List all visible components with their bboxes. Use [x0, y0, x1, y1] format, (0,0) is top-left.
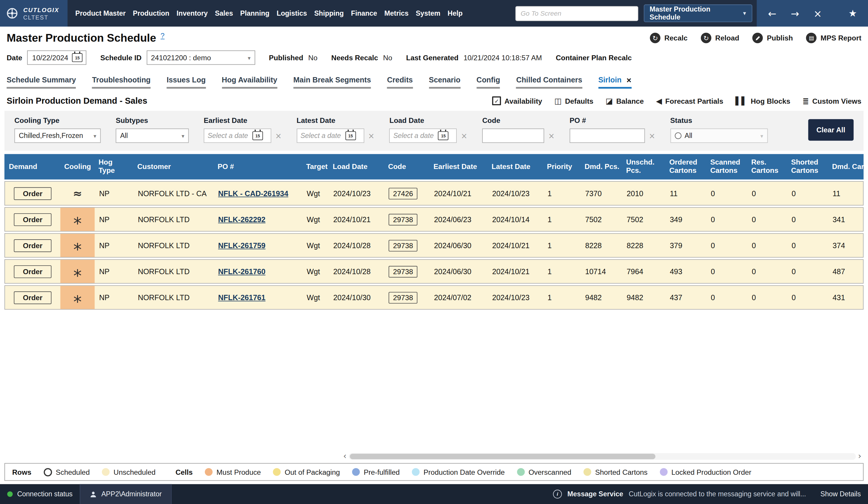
order-button[interactable]: Order: [14, 187, 51, 200]
tab-sirloin[interactable]: Sirloin ×: [598, 76, 631, 89]
app-logo[interactable]: CUTLOGIX CLTEST: [0, 0, 68, 27]
tab-scenario[interactable]: Scenario: [429, 76, 461, 89]
code-input[interactable]: [483, 129, 545, 143]
forward-arrow-icon[interactable]: →: [791, 7, 799, 19]
hog-blocks-button[interactable]: ▌▌ Hog Blocks: [735, 97, 790, 105]
col-code[interactable]: Code: [383, 160, 429, 173]
menu-item-logistics[interactable]: Logistics: [277, 9, 307, 17]
col-po[interactable]: PO #: [213, 160, 302, 173]
menu-item-planning[interactable]: Planning: [240, 9, 270, 17]
mps-report-button[interactable]: ▤ MPS Report: [806, 33, 861, 43]
scrollbar-left-icon[interactable]: ‹: [341, 452, 349, 460]
po-link[interactable]: NFLK-261761: [218, 293, 266, 302]
tab-issues-log[interactable]: Issues Log: [166, 76, 206, 89]
scrollbar-track[interactable]: [349, 453, 856, 460]
close-screen-icon[interactable]: ×: [814, 7, 822, 19]
col-target[interactable]: Target: [302, 160, 328, 173]
po-link[interactable]: NFLK-261760: [218, 268, 266, 276]
latest-date-input[interactable]: Select a date 15: [297, 129, 364, 143]
res-cartons-cell: 0: [747, 208, 787, 231]
menu-item-help[interactable]: Help: [447, 9, 463, 17]
menu-item-inventory[interactable]: Inventory: [177, 9, 208, 17]
show-details-link[interactable]: Show Details: [820, 490, 861, 498]
tab-hog-availability[interactable]: Hog Availability: [222, 76, 277, 89]
menu-item-product-master[interactable]: Product Master: [75, 9, 126, 17]
clear-field-icon[interactable]: ×: [548, 131, 555, 140]
scrollbar-right-icon[interactable]: ›: [856, 452, 864, 460]
col-hog-type[interactable]: Hog Type: [94, 156, 133, 177]
back-arrow-icon[interactable]: ←: [768, 7, 776, 19]
col-scanned-cartons[interactable]: Scanned Cartons: [706, 156, 747, 177]
code-field[interactable]: 27426: [389, 188, 417, 199]
calendar-icon[interactable]: 15: [72, 53, 83, 62]
help-link[interactable]: ?: [161, 32, 165, 40]
code-field[interactable]: 29738: [389, 265, 417, 277]
tab-config[interactable]: Config: [476, 76, 500, 89]
tab-troubleshooting[interactable]: Troubleshooting: [92, 76, 151, 89]
tab-close-icon[interactable]: ×: [627, 76, 631, 84]
menu-item-production[interactable]: Production: [133, 9, 169, 17]
earliest-date-input[interactable]: Select a date 15: [204, 129, 271, 143]
custom-views-button[interactable]: ≣ Custom Views: [803, 97, 861, 105]
calendar-icon[interactable]: 15: [438, 131, 449, 140]
favorite-star-icon[interactable]: ★: [848, 8, 857, 19]
code-field[interactable]: 29738: [389, 240, 417, 251]
defaults-button[interactable]: ◫ Defaults: [555, 97, 593, 105]
menu-item-metrics[interactable]: Metrics: [384, 9, 409, 17]
menu-item-shipping[interactable]: Shipping: [314, 9, 344, 17]
col-cooling[interactable]: Cooling: [60, 160, 94, 173]
scrollbar-thumb[interactable]: [350, 453, 655, 459]
balance-button[interactable]: ◪ Balance: [606, 97, 644, 105]
tab-chilled-containers[interactable]: Chilled Containers: [516, 76, 582, 89]
col-priority[interactable]: Priority: [542, 160, 580, 173]
cooling-type-select[interactable]: Chilled,Fresh,Frozen ▾: [14, 129, 101, 143]
col-dmd-cartons[interactable]: Dmd. Cartons: [828, 160, 864, 173]
clear-field-icon[interactable]: ×: [368, 131, 374, 140]
calendar-icon[interactable]: 15: [252, 131, 263, 140]
col-ordered-cartons[interactable]: Ordered Cartons: [665, 156, 706, 177]
recalc-button[interactable]: ↻ Recalc: [650, 33, 687, 43]
status-select[interactable]: All ▾: [670, 129, 768, 143]
load-date-input[interactable]: Select a date 15: [390, 129, 457, 143]
code-field[interactable]: 29738: [389, 214, 417, 225]
schedule-id-select[interactable]: 241021200 : demo ▾: [146, 51, 255, 65]
col-res-cartons[interactable]: Res. Cartons: [747, 156, 786, 177]
col-unschd-pcs[interactable]: Unschd. Pcs.: [622, 156, 665, 177]
tab-main-break-segments[interactable]: Main Break Segments: [293, 76, 371, 89]
tab-schedule-summary[interactable]: Schedule Summary: [7, 76, 76, 89]
current-user[interactable]: APP2\Administrator: [80, 484, 172, 504]
col-dmd-pcs[interactable]: Dmd. Pcs.: [580, 160, 622, 173]
po-link[interactable]: NFLK - CAD-261934: [218, 189, 288, 197]
menu-item-system[interactable]: System: [416, 9, 440, 17]
clear-all-button[interactable]: Clear All: [808, 119, 854, 140]
menu-item-finance[interactable]: Finance: [351, 9, 377, 17]
availability-button[interactable]: ✓ Availability: [492, 96, 542, 105]
col-customer[interactable]: Customer: [133, 160, 213, 173]
po-link[interactable]: NFLK-261759: [218, 241, 266, 250]
col-latest-date[interactable]: Latest Date: [487, 160, 542, 173]
forecast-partials-button[interactable]: ◀ Forecast Partials: [656, 97, 723, 105]
tab-credits[interactable]: Credits: [387, 76, 413, 89]
go-to-screen-input[interactable]: [516, 6, 639, 21]
reload-button[interactable]: ↻ Reload: [701, 33, 739, 43]
publish-button[interactable]: Publish: [753, 33, 793, 43]
col-earliest-date[interactable]: Earliest Date: [429, 160, 487, 173]
col-demand[interactable]: Demand: [4, 160, 60, 173]
col-load-date[interactable]: Load Date: [328, 160, 384, 173]
order-button[interactable]: Order: [14, 265, 51, 278]
code-field[interactable]: 29738: [389, 292, 417, 303]
order-button[interactable]: Order: [14, 291, 51, 304]
order-button[interactable]: Order: [14, 239, 51, 252]
screen-select-dropdown[interactable]: Master Production Schedule ▼: [644, 4, 753, 22]
menu-item-sales[interactable]: Sales: [215, 9, 233, 17]
date-input[interactable]: 10/22/2024 15: [27, 51, 86, 65]
col-shorted-cartons[interactable]: Shorted Cartons: [786, 156, 828, 177]
po-link[interactable]: NFLK-262292: [218, 215, 266, 223]
clear-field-icon[interactable]: ×: [649, 131, 655, 140]
order-button[interactable]: Order: [14, 213, 51, 226]
clear-field-icon[interactable]: ×: [461, 131, 467, 140]
subtypes-select[interactable]: All ▾: [116, 129, 189, 143]
calendar-icon[interactable]: 15: [345, 131, 356, 140]
clear-field-icon[interactable]: ×: [275, 131, 282, 140]
po-number-input[interactable]: [569, 129, 645, 143]
